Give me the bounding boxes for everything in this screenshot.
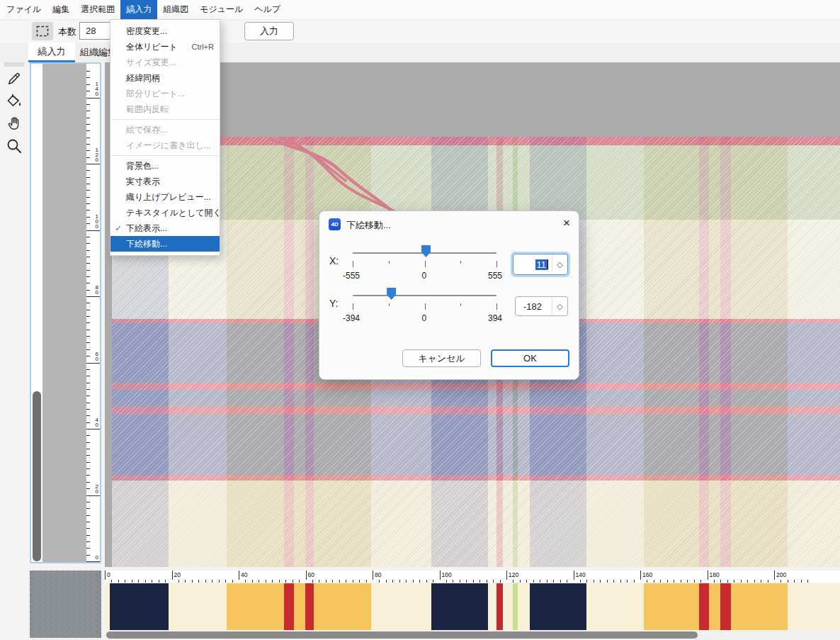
menu-item[interactable]: 絵で保存... — [110, 122, 220, 137]
menu-item[interactable]: 密度変更... — [110, 23, 220, 39]
ruler-tick — [86, 389, 90, 390]
pencil-icon — [6, 71, 22, 86]
stripe-input-menu: 密度変更...全体リピートCtrl+Rサイズ変更...経緯同柄部分リピート...… — [110, 19, 220, 256]
y-slider-thumb[interactable] — [387, 288, 396, 300]
menubar-item-7[interactable]: ヘルプ — [249, 0, 286, 19]
cancel-button[interactable]: キャンセル — [402, 349, 481, 367]
ruler-tick — [399, 580, 400, 583]
horizontal-scrollbar[interactable] — [105, 631, 840, 640]
ruler-tick — [440, 571, 441, 580]
ruler-label: 20 — [96, 484, 98, 494]
ruler-label: 140 — [96, 82, 98, 96]
menu-item[interactable]: サイズ変更... — [110, 55, 220, 70]
menubar-item-6[interactable]: モジュール — [194, 0, 249, 19]
close-icon[interactable]: × — [563, 216, 570, 230]
weave-structure-corner[interactable] — [30, 571, 101, 638]
menu-item[interactable]: 部分リピート... — [110, 86, 220, 101]
ruler-tick — [86, 137, 90, 138]
menu-item[interactable]: ✓下絵表示... — [110, 220, 220, 236]
ruler-tick — [86, 528, 90, 529]
ruler-tick — [86, 403, 90, 403]
y-value-spinner[interactable]: -182 ◇ — [515, 296, 568, 316]
ruler-tick — [86, 310, 90, 310]
vertical-scrollbar-thumb[interactable] — [33, 391, 41, 561]
ruler-tick — [339, 580, 340, 583]
ruler-tick — [547, 580, 547, 583]
menubar-item-2[interactable]: 編集 — [47, 0, 75, 19]
x-spinner-buttons-icon[interactable]: ◇ — [552, 254, 567, 274]
ruler-tick — [86, 184, 90, 184]
menu-item[interactable]: 実寸表示 — [110, 174, 220, 189]
ruler-tick — [586, 580, 587, 583]
ruler-tick — [86, 336, 90, 337]
input-button[interactable]: 入力 — [244, 22, 294, 40]
x-value-spinner[interactable]: 11 ◇ — [513, 254, 568, 275]
slider-tick-mark — [425, 261, 426, 267]
ruler-tick — [86, 422, 90, 423]
ruler-tick — [426, 580, 427, 583]
menu-item[interactable]: 範囲内反転 — [110, 101, 220, 117]
ruler-tick — [560, 580, 561, 583]
ruler-tick — [86, 118, 90, 118]
ruler-tick — [332, 580, 333, 583]
y-slider-track[interactable] — [353, 295, 496, 296]
warp-stripe-area[interactable] — [42, 64, 86, 562]
ruler-label: 60 — [96, 352, 98, 361]
y-spinner-buttons-icon[interactable]: ◇ — [552, 297, 567, 315]
ruler-tick — [145, 580, 146, 583]
ruler-tick — [687, 580, 688, 583]
ruler-tick — [667, 580, 668, 583]
menubar-item-5[interactable]: 組織図 — [157, 0, 194, 19]
ruler-tick — [86, 290, 90, 291]
menubar-item-4[interactable]: 縞入力 — [120, 0, 157, 19]
ruler-tick — [105, 571, 106, 580]
ruler-tick — [386, 580, 387, 583]
underlay-move-dialog: 4D 下絵移動... × X: Y: 11 ◇ -182 ◇ キャンセル OK … — [319, 210, 579, 380]
menubar-item-1[interactable]: ファイル — [1, 0, 47, 19]
ruler-tick — [700, 580, 701, 583]
menu-item[interactable]: 織り上げプレビュー... — [110, 189, 220, 205]
slider-tick-mark — [389, 261, 390, 264]
menubar-item-3[interactable]: 選択範囲 — [75, 0, 120, 19]
ruler-tick — [212, 580, 212, 583]
ruler-tick — [86, 104, 90, 105]
ruler-tick — [86, 482, 90, 483]
selection-mode-button[interactable] — [32, 22, 53, 40]
menu-item[interactable]: 背景色... — [110, 158, 220, 174]
ruler-tick — [252, 580, 253, 583]
ruler-tick — [326, 580, 327, 583]
ruler-tick — [392, 580, 393, 583]
ruler-tick — [600, 580, 601, 583]
ruler-label: 100 — [96, 214, 98, 229]
x-value-field[interactable]: 11 — [513, 254, 552, 274]
menu-item[interactable]: イメージに書き出し... — [110, 137, 220, 153]
horizontal-scrollbar-thumb[interactable] — [106, 631, 698, 639]
slider-tick-label: 555 — [488, 271, 502, 281]
menu-item[interactable]: 下絵移動... — [110, 236, 220, 252]
ruler-tick — [86, 442, 90, 443]
ruler-tick — [266, 580, 266, 583]
zoom-tool-button[interactable] — [4, 135, 25, 157]
ruler-tick — [86, 561, 100, 562]
warp-stripe-panel[interactable]: 020406080100120140 — [30, 62, 101, 563]
pencil-tool-button[interactable] — [4, 68, 25, 89]
y-value-field[interactable]: -182 — [516, 297, 552, 315]
menu-item[interactable]: テキスタイルとして開く — [110, 205, 220, 220]
vertical-ruler: 020406080100120140 — [86, 64, 100, 562]
fill-tool-button[interactable] — [4, 90, 25, 111]
ruler-tick — [279, 580, 280, 583]
ruler-tick — [674, 580, 674, 583]
weft-stripe-bar[interactable] — [105, 583, 840, 630]
ok-button[interactable]: OK — [491, 349, 569, 367]
ruler-tick — [86, 303, 90, 303]
tab-stripe-input[interactable]: 縞入力 — [28, 43, 75, 62]
ruler-tick — [86, 383, 90, 383]
menu-item[interactable]: 全体リピートCtrl+R — [110, 39, 220, 55]
x-slider-thumb[interactable] — [421, 245, 431, 257]
ruler-tick — [86, 157, 90, 158]
ruler-tick — [86, 522, 90, 522]
ruler-tick — [86, 349, 90, 350]
hand-tool-button[interactable] — [4, 113, 25, 134]
ruler-tick — [86, 243, 90, 244]
menu-item[interactable]: 経緯同柄 — [110, 70, 220, 86]
